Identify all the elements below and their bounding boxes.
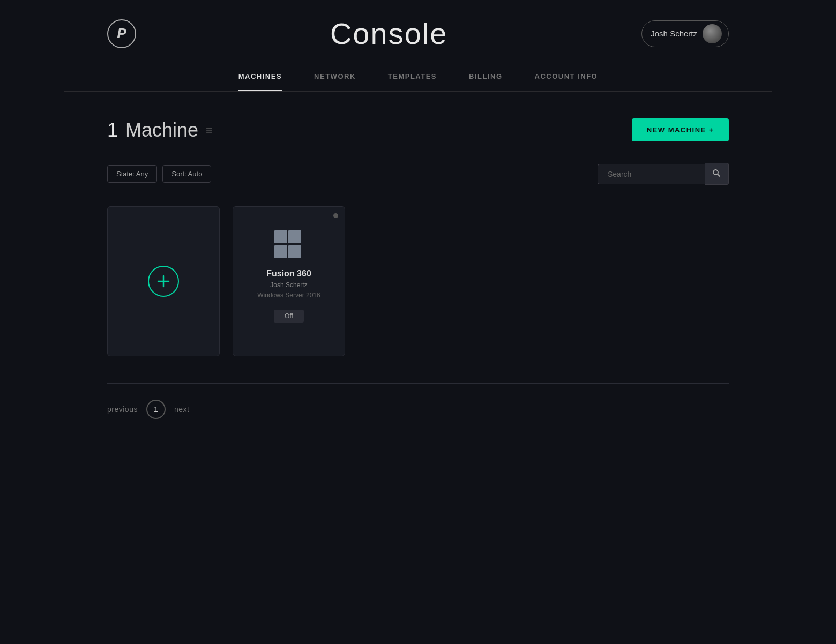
main-content: 1 Machine ≡ NEW MACHINE + State: Any Sor… [0, 92, 836, 440]
status-dot [333, 213, 338, 218]
tab-templates[interactable]: TEMPLATES [388, 72, 437, 91]
avatar [703, 24, 722, 43]
machine-os: Windows Server 2016 [257, 291, 320, 299]
search-button[interactable] [705, 163, 729, 185]
search-wrap [598, 163, 729, 185]
logo: P [107, 19, 136, 48]
tab-machines[interactable]: MACHINES [238, 72, 282, 91]
machine-name: Fusion 360 [266, 269, 311, 279]
user-name-label: Josh Schertz [651, 29, 697, 38]
machines-count: 1 Machine ≡ [107, 119, 213, 141]
search-input[interactable] [598, 164, 705, 184]
tab-network[interactable]: NETWORK [314, 72, 356, 91]
windows-icon [274, 230, 303, 259]
logo-letter: P [117, 25, 126, 42]
machine-card[interactable]: Fusion 360 Josh Schertz Windows Server 2… [233, 206, 345, 356]
plus-icon [156, 274, 171, 289]
win-quad-tl [274, 230, 287, 243]
tab-account-info[interactable]: ACCOUNT INFO [535, 72, 598, 91]
next-page-link[interactable]: next [174, 405, 189, 414]
filters-row: State: Any Sort: Auto [107, 163, 729, 185]
cards-grid: Fusion 360 Josh Schertz Windows Server 2… [107, 206, 729, 356]
sort-filter-button[interactable]: Sort: Auto [162, 165, 211, 183]
header: P Console Josh Schertz [0, 0, 836, 62]
new-machine-button[interactable]: NEW MACHINE + [632, 118, 729, 141]
win-quad-bl [274, 245, 287, 258]
hamburger-icon[interactable]: ≡ [206, 123, 213, 137]
state-filter-button[interactable]: State: Any [107, 165, 157, 183]
add-machine-card[interactable] [107, 206, 220, 356]
svg-line-1 [718, 175, 720, 177]
win-quad-br [288, 245, 301, 258]
current-page-number[interactable]: 1 [146, 400, 166, 419]
previous-page-link[interactable]: previous [107, 405, 138, 414]
tab-billing[interactable]: BILLING [469, 72, 503, 91]
search-icon [712, 169, 721, 177]
machine-user: Josh Schertz [270, 281, 307, 289]
machine-count-label: Machine [125, 119, 198, 141]
machine-count-num: 1 [107, 119, 118, 141]
nav-bar: MACHINES NETWORK TEMPLATES BILLING ACCOU… [64, 62, 772, 92]
page-title: Console [330, 16, 447, 51]
add-icon [148, 266, 179, 297]
pagination: previous 1 next [107, 383, 729, 419]
machines-header: 1 Machine ≡ NEW MACHINE + [107, 118, 729, 141]
status-badge: Off [274, 310, 304, 323]
logo-circle: P [107, 19, 136, 48]
win-quad-tr [288, 230, 301, 243]
filter-buttons: State: Any Sort: Auto [107, 165, 211, 183]
svg-point-0 [713, 170, 718, 175]
user-badge[interactable]: Josh Schertz [641, 20, 729, 47]
